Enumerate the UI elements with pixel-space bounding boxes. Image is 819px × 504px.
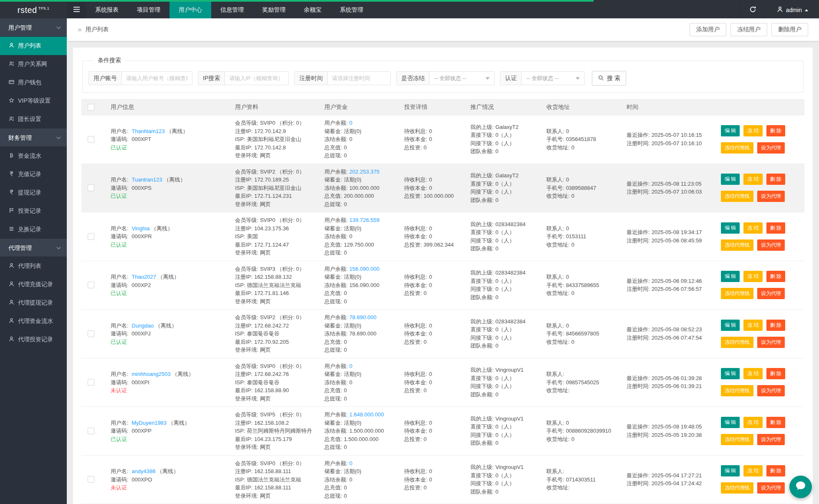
set-agent-button[interactable]: 设为代理 [757,434,785,445]
sidebar-group-user-manage[interactable]: 用户管理 [0,18,67,37]
edit-button[interactable]: 编 辑 [721,417,740,428]
edit-button[interactable]: 编 辑 [721,465,740,476]
sidebar-item-fund-flow[interactable]: 资金流水 [0,147,67,165]
nav-tab-yuebao[interactable]: 余额宝 [295,2,331,18]
delete-button[interactable]: 删 除 [766,125,785,136]
sidebar-item-vip-level[interactable]: VIP等级设置 [0,92,67,110]
freeze-agent-line-button[interactable]: 冻结代理线 [721,288,753,299]
freeze-button[interactable]: 冻 结 [743,174,762,185]
set-agent-button[interactable]: 设为代理 [757,239,785,251]
freeze-button[interactable]: 冻 结 [743,222,762,234]
select-all-checkbox[interactable] [88,104,94,111]
sidebar-item-user-wallet[interactable]: 用户钱包 [0,73,67,92]
register-time-input[interactable] [328,72,390,85]
edit-button[interactable]: 编 辑 [721,222,740,234]
freeze-button[interactable]: 冻 结 [743,125,762,136]
ip-search-input[interactable] [225,72,288,85]
set-agent-button[interactable]: 设为代理 [757,191,785,202]
row-checkbox[interactable] [88,476,94,483]
row-checkbox[interactable] [88,428,94,434]
sidebar-item-invest-records[interactable]: 投资记录 [0,202,67,220]
sidebar-item-exchange-records[interactable]: 兑换记录 [0,220,67,239]
delete-user-button[interactable]: 删除用户 [771,23,808,36]
nav-tab-reward[interactable]: 奖励管理 [253,2,295,18]
add-user-button[interactable]: 添加用户 [690,23,726,36]
edit-button[interactable]: 编 辑 [721,174,740,185]
balance-link[interactable]: 156.090.000 [349,266,379,272]
nav-tab-system-report[interactable]: 系统报表 [86,2,128,18]
freeze-button[interactable]: 冻 结 [743,271,762,282]
refresh-button[interactable] [739,2,766,18]
delete-button[interactable]: 删 除 [766,174,785,185]
admin-user-menu[interactable]: admin [766,2,819,18]
edit-button[interactable]: 编 辑 [721,125,740,136]
customer-service-button[interactable] [789,476,812,498]
username-link[interactable]: Vinghia [131,225,149,232]
username-link[interactable]: Thanhlam123 [131,128,165,134]
delete-button[interactable]: 删 除 [766,417,785,428]
account-search-input[interactable] [122,72,192,85]
freeze-button[interactable]: 冻 结 [743,368,762,379]
freeze-button[interactable]: 冻 结 [743,320,762,331]
sidebar-item-user-network[interactable]: 用户关系网 [0,55,67,73]
sidebar-item-withdraw-records[interactable]: 提现记录 [0,184,67,202]
delete-button[interactable]: 删 除 [766,368,785,379]
username-link[interactable]: Thao2027 [131,274,156,280]
row-checkbox[interactable] [88,379,94,386]
balance-link[interactable]: 202.253.375 [349,169,379,175]
balance-link[interactable]: 0 [349,460,352,466]
sidebar-group-finance-manage[interactable]: 财务管理 [0,129,67,147]
sidebar-item-agent-list[interactable]: 代理列表 [0,257,67,275]
row-checkbox[interactable] [88,282,94,288]
balance-link[interactable]: 1.648.000.000 [349,411,384,418]
verify-status-select[interactable]: -- 全部状态 -- [522,72,584,85]
row-checkbox[interactable] [88,233,94,240]
sidebar-item-agent-fund-flow[interactable]: 代理资金流水 [0,312,67,330]
sidebar-item-agent-invest[interactable]: 代理投资记录 [0,330,67,349]
set-agent-button[interactable]: 设为代理 [757,337,785,348]
freeze-agent-line-button[interactable]: 冻结代理线 [721,191,753,202]
nav-tab-system-manage[interactable]: 系统管理 [331,2,372,18]
username-link[interactable]: minhhoang2503 [131,371,170,377]
freeze-agent-line-button[interactable]: 冻结代理线 [721,142,753,154]
balance-link[interactable]: 0 [349,363,352,369]
delete-button[interactable]: 删 除 [766,320,785,331]
freeze-agent-line-button[interactable]: 冻结代理线 [721,337,753,348]
username-link[interactable]: MyDuyen1983 [131,420,167,426]
edit-button[interactable]: 编 辑 [721,271,740,282]
freeze-button[interactable]: 冻 结 [743,465,762,476]
nav-tab-user-center[interactable]: 用户中心 [169,2,211,18]
set-agent-button[interactable]: 设为代理 [757,142,785,154]
sidebar-item-user-list[interactable]: 用户列表 [0,37,67,55]
freeze-agent-line-button[interactable]: 冻结代理线 [721,239,753,251]
edit-button[interactable]: 编 辑 [721,368,740,379]
row-checkbox[interactable] [88,184,94,191]
row-checkbox[interactable] [88,136,94,143]
freeze-status-select[interactable]: -- 全部状态 -- [430,72,494,85]
sidebar-item-agent-recharge[interactable]: 代理充值记录 [0,275,67,294]
username-link[interactable]: andy4386 [131,468,155,474]
edit-button[interactable]: 编 辑 [721,320,740,331]
set-agent-button[interactable]: 设为代理 [757,482,785,494]
freeze-user-button[interactable]: 冻结用户 [731,23,767,36]
search-button[interactable]: 搜 索 [592,71,626,86]
sidebar-item-agent-withdraw[interactable]: 代理提现记录 [0,294,67,312]
balance-link[interactable]: 78.690.000 [349,314,377,320]
menu-toggle-button[interactable] [67,2,86,18]
nav-tab-project[interactable]: 项目管理 [128,2,169,18]
delete-button[interactable]: 删 除 [766,271,785,282]
nav-tab-info[interactable]: 信息管理 [211,2,253,18]
set-agent-button[interactable]: 设为代理 [757,385,785,396]
username-link[interactable]: Dungdao [131,323,154,329]
balance-link[interactable]: 139.726.559 [349,217,379,223]
freeze-agent-line-button[interactable]: 冻结代理线 [721,482,753,494]
row-checkbox[interactable] [88,330,94,337]
sidebar-group-agent-manage[interactable]: 代理管理 [0,239,67,257]
freeze-agent-line-button[interactable]: 冻结代理线 [721,434,753,445]
username-link[interactable]: Tuantran123 [131,176,162,183]
freeze-agent-line-button[interactable]: 冻结代理线 [721,385,753,396]
sidebar-item-leader-settings[interactable]: 团长设置 [0,110,67,129]
delete-button[interactable]: 删 除 [766,222,785,234]
freeze-button[interactable]: 冻 结 [743,417,762,428]
sidebar-item-recharge-records[interactable]: 充值记录 [0,165,67,184]
